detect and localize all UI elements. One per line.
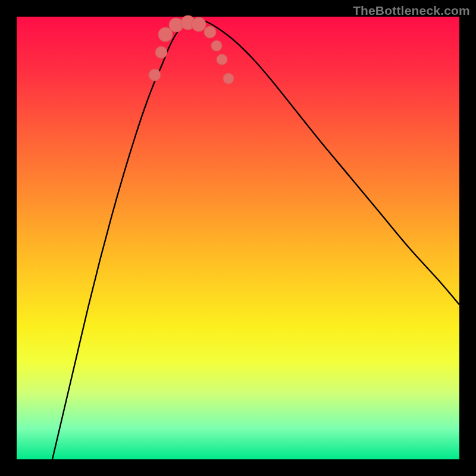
curve-marker: [155, 46, 167, 58]
bottleneck-curve: [52, 19, 459, 459]
curve-markers: [149, 15, 234, 84]
chart-overlay: [17, 17, 459, 459]
curve-marker: [211, 40, 222, 51]
curve-marker: [223, 73, 234, 84]
curve-marker: [149, 69, 161, 81]
curve-marker: [192, 17, 206, 32]
curve-marker: [217, 54, 227, 65]
watermark-text: TheBottleneck.com: [353, 4, 470, 18]
curve-marker: [204, 26, 216, 38]
